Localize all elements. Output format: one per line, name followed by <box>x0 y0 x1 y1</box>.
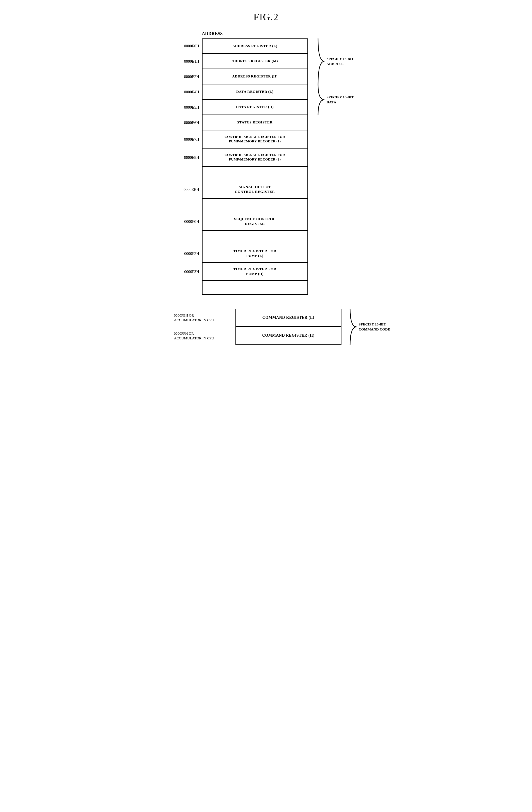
row-0000EEH: 0000EEH SIGNAL-OUTPUTCONTROL REGISTER <box>202 180 308 199</box>
cell-control-signal-2: CONTROL-SIGNAL REGISTER FORPUMP/MEMORY D… <box>202 148 308 166</box>
cell-command-register-l: COMMAND REGISTER (L) <box>236 309 341 327</box>
cell-timer-register-l: TIMER REGISTER FORPUMP (L) <box>202 245 308 263</box>
row-0000E0H: 0000E0H ADDRESS REGISTER (L) <box>202 39 308 54</box>
addr-command-l: 0000FEH ORACCUMULATOR IN CPU <box>174 313 233 323</box>
command-register-group: 0000FEH ORACCUMULATOR IN CPU COMMAND REG… <box>236 309 341 345</box>
addr-0000E4H: 0000E4H <box>171 90 199 95</box>
cell-data-register-l: DATA REGISTER (L) <box>202 84 308 100</box>
cell-sequence-control: SEQUENCE CONTROLREGISTER <box>202 213 308 231</box>
address-label: ADDRESS <box>202 31 223 36</box>
cell-timer-register-h: TIMER REGISTER FORPUMP (H) <box>202 263 308 281</box>
cell-command-register-h: COMMAND REGISTER (H) <box>236 327 341 345</box>
addr-0000E7H: 0000E7H <box>171 137 199 142</box>
row-0000E4H: 0000E4H DATA REGISTER (L) <box>202 84 308 100</box>
data-brace-text: SPECIFY 16-BITDATA <box>326 95 354 105</box>
command-brace-svg <box>349 309 357 345</box>
addr-0000E6H: 0000E6H <box>171 121 199 125</box>
data-brace-svg <box>317 84 325 115</box>
data-brace-container: SPECIFY 16-BITDATA <box>317 84 354 115</box>
addr-0000E1H: 0000E1H <box>171 59 199 64</box>
row-empty-last <box>202 281 308 295</box>
command-brace-container: SPECIFY 16-BITCOMMAND CODE <box>349 309 390 345</box>
addr-0000E0H: 0000E0H <box>171 44 199 48</box>
command-brace-text: SPECIFY 16-BITCOMMAND CODE <box>359 322 390 332</box>
figure-title: FIG.2 <box>168 11 364 23</box>
cell-control-signal-1: CONTROL-SIGNAL REGISTER FORPUMP/MEMORY D… <box>202 130 308 148</box>
cell-empty-1 <box>202 166 308 180</box>
addr-command-h: 0000FFH ORACCUMULATOR IN CPU <box>174 331 233 341</box>
cell-data-register-h: DATA REGISTER (H) <box>202 100 308 115</box>
cell-empty-3 <box>202 231 308 245</box>
addr-0000E2H: 0000E2H <box>171 75 199 79</box>
row-empty-3 <box>202 231 308 245</box>
cell-empty-2 <box>202 199 308 213</box>
row-empty-2 <box>202 199 308 213</box>
address-brace-svg <box>317 39 325 84</box>
row-0000F0H: 0000F0H SEQUENCE CONTROLREGISTER <box>202 213 308 231</box>
address-brace-text: SPECIFY 16-BITADDRESS <box>326 56 354 66</box>
row-0000E1H: 0000E1H ADDRESS REGISTER (M) <box>202 54 308 69</box>
row-0000E2H: 0000E2H ADDRESS REGISTER (H) <box>202 69 308 84</box>
addr-0000EEH: 0000EEH <box>171 188 199 192</box>
register-table: 0000E0H ADDRESS REGISTER (L) 0000E1H ADD… <box>202 39 308 295</box>
data-register-group: 0000E4H DATA REGISTER (L) 0000E5H DATA R… <box>202 84 308 115</box>
cell-empty-last <box>202 281 308 295</box>
cell-status-register: STATUS REGISTER <box>202 115 308 130</box>
cell-address-register-h: ADDRESS REGISTER (H) <box>202 69 308 84</box>
addr-0000F0H: 0000F0H <box>171 220 199 224</box>
row-command-l: 0000FEH ORACCUMULATOR IN CPU COMMAND REG… <box>236 309 341 327</box>
cell-signal-output: SIGNAL-OUTPUTCONTROL REGISTER <box>202 180 308 199</box>
row-command-h: 0000FFH ORACCUMULATOR IN CPU COMMAND REG… <box>236 327 341 345</box>
cell-address-register-m: ADDRESS REGISTER (M) <box>202 54 308 69</box>
diagram-container: ADDRESS 0000E0H ADDRESS REGISTER (L) 000… <box>168 31 364 345</box>
row-empty-1 <box>202 166 308 180</box>
row-0000E8H: 0000E8H CONTROL-SIGNAL REGISTER FORPUMP/… <box>202 148 308 166</box>
addr-0000E8H: 0000E8H <box>171 156 199 160</box>
addr-0000F3H: 0000F3H <box>171 270 199 274</box>
cell-address-register-l: ADDRESS REGISTER (L) <box>202 39 308 54</box>
row-0000E6H: 0000E6H STATUS REGISTER <box>202 115 308 130</box>
addr-0000E5H: 0000E5H <box>171 105 199 110</box>
row-0000F2H: 0000F2H TIMER REGISTER FORPUMP (L) <box>202 245 308 263</box>
page: FIG.2 ADDRESS 0000E0H ADDRESS REGISTER (… <box>168 11 364 801</box>
row-0000E7H: 0000E7H CONTROL-SIGNAL REGISTER FORPUMP/… <box>202 130 308 148</box>
bottom-section: 0000FEH ORACCUMULATOR IN CPU COMMAND REG… <box>202 309 341 345</box>
row-0000E5H: 0000E5H DATA REGISTER (H) <box>202 100 308 115</box>
row-0000F3H: 0000F3H TIMER REGISTER FORPUMP (H) <box>202 263 308 281</box>
address-register-group: 0000E0H ADDRESS REGISTER (L) 0000E1H ADD… <box>202 39 308 84</box>
addr-0000F2H: 0000F2H <box>171 252 199 256</box>
address-brace-container: SPECIFY 16-BITADDRESS <box>317 39 354 84</box>
